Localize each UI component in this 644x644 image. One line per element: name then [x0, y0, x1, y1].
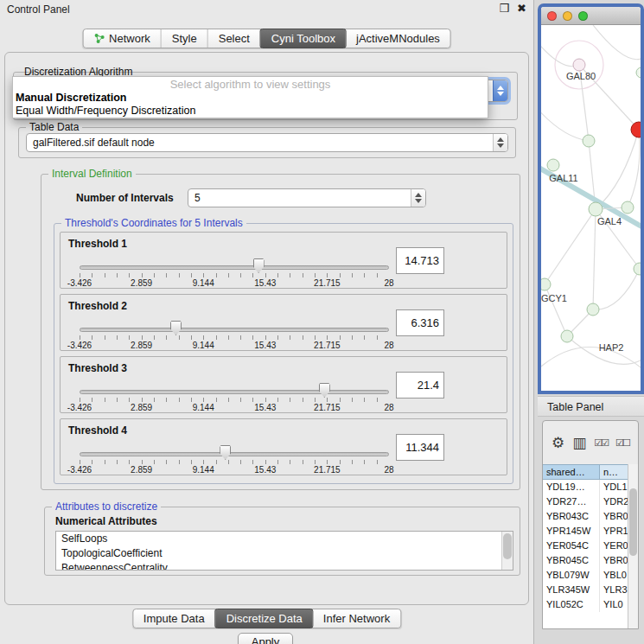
table-cell[interactable]: YDL1 — [600, 480, 629, 494]
threshold-value-field[interactable]: 14.713 — [396, 247, 444, 274]
network-edge[interactable] — [593, 269, 640, 309]
table-row[interactable]: YER054CYER0 — [543, 539, 629, 553]
network-canvas[interactable]: GAL80GAL11GAL4GCY1HAP2 — [541, 25, 641, 391]
select-all-icon[interactable]: ☑☑ — [594, 438, 608, 448]
slider-track[interactable] — [80, 328, 389, 332]
network-node-hap2[interactable] — [561, 330, 573, 342]
table-cell[interactable]: YBR045C — [543, 553, 600, 568]
table-cell[interactable]: YBR0 — [600, 509, 629, 524]
column-header-shared-name[interactable]: shared… — [543, 464, 600, 480]
table-cell[interactable]: YLR3 — [600, 583, 629, 597]
tab-cyni-toolbox[interactable]: Cyni Toolbox — [260, 29, 347, 48]
tab-jactivemnodules[interactable]: jActiveMNodules — [346, 29, 450, 48]
numerical-attributes-list[interactable]: SelfLoopsTopologicalCoefficientBetweenne… — [55, 531, 513, 571]
table-cell[interactable]: YDL19… — [543, 480, 600, 494]
column-header-name[interactable]: n… — [600, 464, 629, 480]
threshold-slider[interactable]: -3.4262.8599.14415.4321.71528 — [80, 321, 389, 350]
table-scrollbar[interactable] — [628, 464, 638, 628]
tab-style[interactable]: Style — [162, 29, 208, 48]
list-item[interactable]: BetweennessCentrality — [56, 561, 513, 571]
threshold-value-field[interactable]: 6.316 — [396, 309, 444, 336]
network-node-gal11[interactable] — [547, 159, 559, 171]
table-cell[interactable]: YBR043C — [543, 509, 600, 524]
slider-thumb[interactable] — [319, 383, 330, 398]
clear-selection-icon[interactable]: ☑☐ — [615, 438, 629, 448]
slider-thumb[interactable] — [170, 321, 182, 335]
threshold-slider[interactable]: -3.4262.8599.14415.4321.71528 — [80, 445, 389, 475]
table-row[interactable]: YDR27…YDR2 — [543, 494, 629, 509]
close-window-icon[interactable]: ✖ — [517, 2, 526, 15]
close-traffic-light-icon[interactable] — [547, 11, 557, 21]
tab-discretize-data[interactable]: Discretize Data — [215, 609, 314, 628]
table-data-combobox[interactable]: galFiltered.sif default node — [26, 133, 508, 152]
table-cell[interactable]: YIL0 — [600, 597, 629, 612]
table-row[interactable]: YBR045CYBR0 — [543, 553, 629, 568]
table-cell[interactable]: YPR1 — [600, 524, 629, 539]
table-row[interactable]: YBL079WYBL0 — [543, 568, 629, 583]
table-cell[interactable]: YER0 — [600, 539, 629, 553]
slider-track[interactable] — [80, 390, 389, 394]
threshold-value-field[interactable]: 11.344 — [396, 434, 444, 461]
minimize-traffic-light-icon[interactable] — [563, 11, 572, 21]
gear-icon[interactable]: ⚙ — [552, 436, 564, 450]
table-cell[interactable]: YBL079W — [543, 568, 600, 583]
number-of-intervals-combobox[interactable]: 5 — [188, 188, 426, 207]
scrollbar-thumb[interactable] — [629, 488, 637, 556]
threshold-slider[interactable]: -3.4262.8599.14415.4321.71528 — [80, 258, 389, 288]
network-node[interactable] — [583, 135, 595, 147]
network-node[interactable] — [622, 201, 634, 214]
dropdown-option[interactable]: Manual Discretization — [13, 92, 488, 105]
table-cell[interactable]: YDR2 — [600, 494, 629, 509]
table-cell[interactable]: YDR27… — [543, 494, 600, 509]
threshold-value-field[interactable]: 21.4 — [396, 372, 444, 399]
table-cell[interactable]: YLR345W — [543, 583, 600, 597]
tab-select[interactable]: Select — [208, 29, 261, 48]
table-row[interactable]: YPR145WYPR1 — [543, 524, 629, 539]
network-edge[interactable] — [545, 284, 567, 336]
network-node-gcy1[interactable] — [541, 278, 551, 290]
slider-thumb[interactable] — [253, 258, 265, 273]
slider-track[interactable] — [80, 452, 389, 456]
network-edge[interactable] — [628, 130, 640, 207]
table-cell[interactable]: YBR0 — [600, 553, 629, 568]
table-cell[interactable]: YER054C — [543, 539, 600, 553]
table-cell[interactable]: YPR145W — [543, 524, 600, 539]
network-node-gal80[interactable] — [573, 59, 585, 71]
combo-spinner[interactable] — [493, 134, 507, 151]
list-item[interactable]: TopologicalCoefficient — [56, 546, 513, 561]
list-item[interactable]: SelfLoops — [56, 532, 513, 546]
network-edge[interactable] — [541, 348, 641, 372]
tab-network[interactable]: Network — [83, 29, 162, 48]
list-scrollbar[interactable] — [501, 532, 513, 570]
network-edge[interactable] — [596, 130, 639, 209]
float-window-icon[interactable]: ❒ — [499, 2, 509, 15]
zoom-traffic-light-icon[interactable] — [578, 11, 588, 21]
network-node[interactable] — [587, 303, 599, 316]
apply-button[interactable]: Apply — [238, 633, 293, 644]
network-node[interactable] — [634, 263, 641, 275]
threshold-slider[interactable]: -3.4262.8599.14415.4321.71528 — [80, 383, 389, 412]
network-edge[interactable] — [541, 107, 589, 141]
table-row[interactable]: YLR345WYLR3 — [543, 583, 629, 597]
slider-thumb[interactable] — [220, 445, 231, 460]
slider-track[interactable] — [80, 265, 389, 270]
table-cell[interactable]: YIL052C — [543, 597, 600, 612]
table-row[interactable]: YDL19…YDL1 — [543, 480, 629, 494]
combo-spinner[interactable] — [411, 189, 425, 207]
table-row[interactable]: YIL052CYIL0 — [543, 597, 629, 612]
table-row[interactable]: YBR043CYBR0 — [543, 509, 629, 524]
dropdown-option[interactable]: Equal Width/Frequency Discretization — [13, 105, 488, 118]
network-edge[interactable] — [593, 25, 641, 60]
table-panel-header[interactable]: Table Panel — [538, 396, 644, 417]
tab-impute-data[interactable]: Impute Data — [133, 609, 216, 628]
network-node[interactable] — [636, 67, 641, 78]
tab-infer-network[interactable]: Infer Network — [313, 609, 400, 628]
scrollbar-thumb[interactable] — [503, 533, 512, 559]
combo-spinner[interactable] — [493, 80, 507, 101]
network-node-gal4[interactable] — [589, 202, 603, 216]
column-browser-icon[interactable]: ▥ — [572, 436, 586, 450]
table-cell[interactable]: YBL0 — [600, 568, 629, 583]
network-edge[interactable] — [545, 209, 596, 284]
network-node[interactable] — [631, 122, 641, 137]
network-edge[interactable] — [593, 209, 596, 309]
